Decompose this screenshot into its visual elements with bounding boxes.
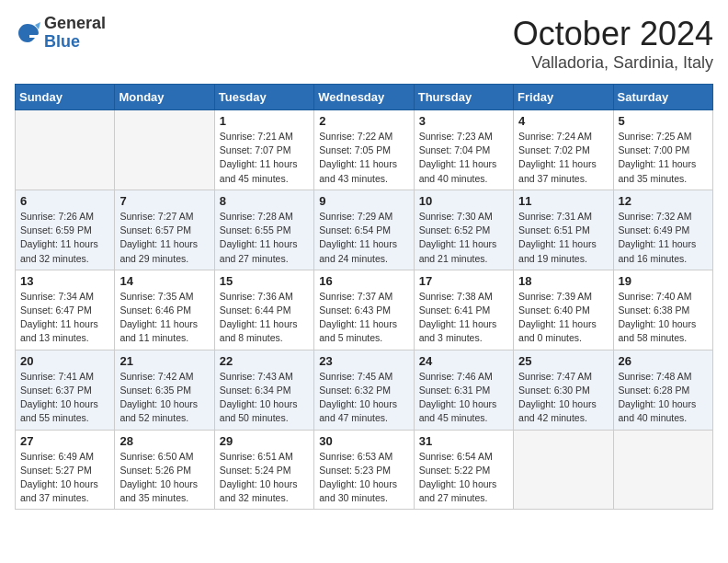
day-info: Sunrise: 7:23 AM Sunset: 7:04 PM Dayligh… <box>419 130 508 186</box>
day-info: Sunrise: 7:36 AM Sunset: 6:44 PM Dayligh… <box>220 290 309 346</box>
day-info: Sunrise: 7:34 AM Sunset: 6:47 PM Dayligh… <box>20 290 109 346</box>
day-info: Sunrise: 7:46 AM Sunset: 6:31 PM Dayligh… <box>419 370 508 426</box>
day-number: 19 <box>619 274 708 288</box>
calendar-day-cell <box>613 430 712 510</box>
day-info: Sunrise: 6:54 AM Sunset: 5:22 PM Dayligh… <box>419 450 508 506</box>
day-number: 7 <box>119 194 209 208</box>
day-number: 24 <box>419 354 508 368</box>
calendar-day-cell: 27Sunrise: 6:49 AM Sunset: 5:27 PM Dayli… <box>16 430 115 510</box>
calendar-day-cell: 16Sunrise: 7:37 AM Sunset: 6:43 PM Dayli… <box>314 270 414 350</box>
day-info: Sunrise: 7:26 AM Sunset: 6:59 PM Dayligh… <box>20 210 109 266</box>
day-info: Sunrise: 7:42 AM Sunset: 6:35 PM Dayligh… <box>119 370 209 426</box>
day-number: 1 <box>220 114 309 128</box>
day-info: Sunrise: 7:39 AM Sunset: 6:40 PM Dayligh… <box>518 290 608 346</box>
calendar-day-cell: 13Sunrise: 7:34 AM Sunset: 6:47 PM Dayli… <box>16 270 115 350</box>
day-info: Sunrise: 7:31 AM Sunset: 6:51 PM Dayligh… <box>518 210 608 266</box>
calendar-table: SundayMondayTuesdayWednesdayThursdayFrid… <box>15 84 713 510</box>
day-info: Sunrise: 7:40 AM Sunset: 6:38 PM Dayligh… <box>619 290 708 346</box>
day-info: Sunrise: 7:48 AM Sunset: 6:28 PM Dayligh… <box>619 370 708 426</box>
calendar-day-cell: 6Sunrise: 7:26 AM Sunset: 6:59 PM Daylig… <box>16 190 115 270</box>
logo-icon <box>15 20 40 46</box>
day-number: 20 <box>20 354 109 368</box>
day-info: Sunrise: 6:53 AM Sunset: 5:23 PM Dayligh… <box>319 450 408 506</box>
day-info: Sunrise: 7:32 AM Sunset: 6:49 PM Dayligh… <box>619 210 708 266</box>
calendar-day-cell: 9Sunrise: 7:29 AM Sunset: 6:54 PM Daylig… <box>314 190 414 270</box>
day-number: 28 <box>119 434 209 448</box>
day-number: 30 <box>319 434 408 448</box>
calendar-week-row: 6Sunrise: 7:26 AM Sunset: 6:59 PM Daylig… <box>16 190 713 270</box>
day-number: 25 <box>518 354 608 368</box>
weekday-header: Wednesday <box>314 85 414 110</box>
day-number: 6 <box>20 194 109 208</box>
day-number: 4 <box>518 114 608 128</box>
day-info: Sunrise: 6:51 AM Sunset: 5:24 PM Dayligh… <box>220 450 309 506</box>
logo-general-text: General <box>44 15 106 33</box>
calendar-day-cell: 17Sunrise: 7:38 AM Sunset: 6:41 PM Dayli… <box>414 270 513 350</box>
day-number: 10 <box>419 194 508 208</box>
day-number: 14 <box>119 274 209 288</box>
calendar-day-cell: 25Sunrise: 7:47 AM Sunset: 6:30 PM Dayli… <box>514 350 613 430</box>
day-number: 17 <box>419 274 508 288</box>
day-info: Sunrise: 7:27 AM Sunset: 6:57 PM Dayligh… <box>119 210 209 266</box>
day-info: Sunrise: 7:38 AM Sunset: 6:41 PM Dayligh… <box>419 290 508 346</box>
day-number: 22 <box>220 354 309 368</box>
calendar-day-cell: 4Sunrise: 7:24 AM Sunset: 7:02 PM Daylig… <box>514 110 613 190</box>
calendar-day-cell: 8Sunrise: 7:28 AM Sunset: 6:55 PM Daylig… <box>214 190 313 270</box>
calendar-day-cell: 19Sunrise: 7:40 AM Sunset: 6:38 PM Dayli… <box>613 270 712 350</box>
day-info: Sunrise: 7:47 AM Sunset: 6:30 PM Dayligh… <box>518 370 608 426</box>
day-info: Sunrise: 7:29 AM Sunset: 6:54 PM Dayligh… <box>319 210 408 266</box>
calendar-day-cell: 31Sunrise: 6:54 AM Sunset: 5:22 PM Dayli… <box>414 430 513 510</box>
calendar-week-row: 27Sunrise: 6:49 AM Sunset: 5:27 PM Dayli… <box>16 430 713 510</box>
weekday-header: Monday <box>115 85 214 110</box>
weekday-header: Saturday <box>613 85 712 110</box>
calendar-week-row: 20Sunrise: 7:41 AM Sunset: 6:37 PM Dayli… <box>16 350 713 430</box>
day-info: Sunrise: 7:28 AM Sunset: 6:55 PM Dayligh… <box>220 210 309 266</box>
day-info: Sunrise: 7:25 AM Sunset: 7:00 PM Dayligh… <box>619 130 708 186</box>
calendar-day-cell: 26Sunrise: 7:48 AM Sunset: 6:28 PM Dayli… <box>613 350 712 430</box>
calendar-day-cell: 29Sunrise: 6:51 AM Sunset: 5:24 PM Dayli… <box>214 430 313 510</box>
calendar-day-cell: 24Sunrise: 7:46 AM Sunset: 6:31 PM Dayli… <box>414 350 513 430</box>
calendar-day-cell <box>16 110 115 190</box>
day-info: Sunrise: 7:43 AM Sunset: 6:34 PM Dayligh… <box>220 370 309 426</box>
calendar-day-cell: 21Sunrise: 7:42 AM Sunset: 6:35 PM Dayli… <box>115 350 214 430</box>
title-block: October 2024 Valladoria, Sardinia, Italy <box>513 15 713 73</box>
weekday-header: Sunday <box>16 85 115 110</box>
logo-blue-text: Blue <box>44 33 106 52</box>
calendar-day-cell: 14Sunrise: 7:35 AM Sunset: 6:46 PM Dayli… <box>115 270 214 350</box>
day-number: 11 <box>518 194 608 208</box>
day-number: 15 <box>220 274 309 288</box>
day-number: 26 <box>619 354 708 368</box>
weekday-header: Tuesday <box>214 85 313 110</box>
day-number: 23 <box>319 354 408 368</box>
calendar-day-cell: 23Sunrise: 7:45 AM Sunset: 6:32 PM Dayli… <box>314 350 414 430</box>
calendar-day-cell: 30Sunrise: 6:53 AM Sunset: 5:23 PM Dayli… <box>314 430 414 510</box>
calendar-day-cell <box>514 430 613 510</box>
day-number: 29 <box>220 434 309 448</box>
calendar-day-cell: 15Sunrise: 7:36 AM Sunset: 6:44 PM Dayli… <box>214 270 313 350</box>
day-info: Sunrise: 7:24 AM Sunset: 7:02 PM Dayligh… <box>518 130 608 186</box>
day-info: Sunrise: 6:50 AM Sunset: 5:26 PM Dayligh… <box>119 450 209 506</box>
day-number: 16 <box>319 274 408 288</box>
calendar-day-cell: 10Sunrise: 7:30 AM Sunset: 6:52 PM Dayli… <box>414 190 513 270</box>
calendar-day-cell: 28Sunrise: 6:50 AM Sunset: 5:26 PM Dayli… <box>115 430 214 510</box>
calendar-day-cell: 5Sunrise: 7:25 AM Sunset: 7:00 PM Daylig… <box>613 110 712 190</box>
calendar-day-cell: 2Sunrise: 7:22 AM Sunset: 7:05 PM Daylig… <box>314 110 414 190</box>
calendar-day-cell: 11Sunrise: 7:31 AM Sunset: 6:51 PM Dayli… <box>514 190 613 270</box>
logo: General Blue <box>15 15 106 52</box>
day-number: 9 <box>319 194 408 208</box>
day-info: Sunrise: 7:45 AM Sunset: 6:32 PM Dayligh… <box>319 370 408 426</box>
logo-text: General Blue <box>44 15 106 52</box>
calendar-day-cell: 7Sunrise: 7:27 AM Sunset: 6:57 PM Daylig… <box>115 190 214 270</box>
calendar-day-cell: 1Sunrise: 7:21 AM Sunset: 7:07 PM Daylig… <box>214 110 313 190</box>
day-number: 21 <box>119 354 209 368</box>
day-number: 31 <box>419 434 508 448</box>
day-info: Sunrise: 7:37 AM Sunset: 6:43 PM Dayligh… <box>319 290 408 346</box>
day-info: Sunrise: 7:30 AM Sunset: 6:52 PM Dayligh… <box>419 210 508 266</box>
day-info: Sunrise: 7:41 AM Sunset: 6:37 PM Dayligh… <box>20 370 109 426</box>
day-number: 3 <box>419 114 508 128</box>
month-title: October 2024 <box>513 15 713 53</box>
calendar-day-cell: 3Sunrise: 7:23 AM Sunset: 7:04 PM Daylig… <box>414 110 513 190</box>
location-title: Valladoria, Sardinia, Italy <box>513 53 713 73</box>
weekday-header: Friday <box>514 85 613 110</box>
day-info: Sunrise: 7:22 AM Sunset: 7:05 PM Dayligh… <box>319 130 408 186</box>
